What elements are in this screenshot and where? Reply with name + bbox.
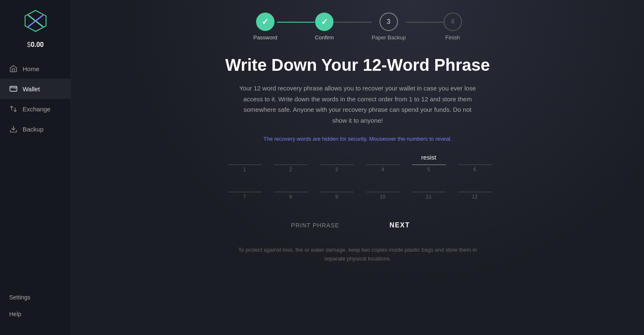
word-line-12 xyxy=(458,192,492,192)
word-number-10: 10 xyxy=(380,194,385,200)
step-label-paper-backup: Paper Backup xyxy=(372,34,406,41)
word-number-8: 8 xyxy=(289,194,292,200)
exchange-icon xyxy=(9,105,18,113)
settings-label: Settings xyxy=(9,294,31,301)
sidebar: $0.00 Home Wallet Exchange xyxy=(0,0,71,335)
word-line-10 xyxy=(366,192,400,192)
word-line-1 xyxy=(228,165,262,165)
step-number-paper-backup: 3 xyxy=(387,18,390,26)
word-line-2 xyxy=(274,165,308,165)
word-cell-3[interactable]: 3 xyxy=(320,154,354,173)
checkmark-confirm: ✓ xyxy=(321,17,328,27)
connector-2-3 xyxy=(334,22,372,23)
word-number-1: 1 xyxy=(243,167,246,173)
word-line-6 xyxy=(458,165,492,165)
word-cell-1[interactable]: 1 xyxy=(228,154,262,173)
page-subtitle: Your 12 word recovery phrase allows you … xyxy=(236,83,479,126)
word-number-9: 9 xyxy=(335,194,338,200)
sidebar-item-exchange[interactable]: Exchange xyxy=(0,99,71,119)
word-number-12: 12 xyxy=(472,194,477,200)
home-icon xyxy=(9,64,18,73)
word-cell-9[interactable]: 9 xyxy=(320,181,354,200)
word-cell-5[interactable]: resist5 xyxy=(412,154,446,173)
print-phrase-button[interactable]: PRINT PHRASE xyxy=(280,216,351,234)
word-number-4: 4 xyxy=(381,167,384,173)
logo xyxy=(23,8,48,38)
step-password: ✓ Password xyxy=(253,13,277,41)
sidebar-item-home-label: Home xyxy=(23,65,39,72)
word-line-7 xyxy=(228,192,262,192)
step-finish: 4 Finish xyxy=(444,13,462,41)
word-line-3 xyxy=(320,165,354,165)
word-cell-8[interactable]: 8 xyxy=(274,181,308,200)
step-number-finish: 4 xyxy=(451,18,454,26)
word-cell-7[interactable]: 7 xyxy=(228,181,262,200)
page-title: Write Down Your 12-Word Phrase xyxy=(225,56,490,75)
word-value-5: resist xyxy=(421,154,436,163)
balance-display: $0.00 xyxy=(27,41,44,49)
connector-1-2 xyxy=(277,22,315,23)
word-cell-11[interactable]: 11 xyxy=(412,181,446,200)
sidebar-item-backup[interactable]: Backup xyxy=(0,119,71,139)
word-line-4 xyxy=(366,165,400,165)
word-number-11: 11 xyxy=(426,194,431,200)
sidebar-item-wallet-label: Wallet xyxy=(23,85,40,93)
help-label: Help xyxy=(9,311,21,317)
word-line-8 xyxy=(274,192,308,192)
step-label-password: Password xyxy=(253,34,277,41)
word-cell-4[interactable]: 4 xyxy=(366,154,400,173)
buttons-row: PRINT PHRASE NEXT xyxy=(280,215,436,236)
step-label-finish: Finish xyxy=(445,34,460,41)
sidebar-item-home[interactable]: Home xyxy=(0,59,71,79)
step-confirm: ✓ Confirm xyxy=(315,13,334,41)
reveal-hint: The recovery words are hidden for securi… xyxy=(264,136,452,142)
word-line-11 xyxy=(412,192,446,192)
step-paper-backup: 3 Paper Backup xyxy=(372,13,406,41)
sidebar-item-help[interactable]: Help xyxy=(0,306,71,322)
word-number-3: 3 xyxy=(335,167,338,173)
next-button[interactable]: NEXT xyxy=(364,215,436,236)
step-circle-paper-backup: 3 xyxy=(380,13,398,31)
connector-3-4 xyxy=(406,22,444,23)
word-line-5 xyxy=(412,165,446,165)
wallet-icon xyxy=(9,85,18,93)
balance-amount: 0.00 xyxy=(31,41,44,48)
backup-icon xyxy=(9,125,18,133)
main-content: ✓ Password ✓ Confirm 3 Paper Backup 4 Fi… xyxy=(71,0,644,335)
step-label-confirm: Confirm xyxy=(315,34,334,41)
word-grid: 1234resist56789101112 xyxy=(228,154,487,200)
step-circle-password: ✓ xyxy=(256,13,275,31)
checkmark-password: ✓ xyxy=(262,17,269,27)
word-cell-12[interactable]: 12 xyxy=(458,181,492,200)
sidebar-item-wallet[interactable]: Wallet xyxy=(0,79,71,99)
footer-note: To protect against loss, fire or water d… xyxy=(236,246,479,263)
word-number-2: 2 xyxy=(289,167,292,173)
sidebar-bottom: Settings Help xyxy=(0,289,71,327)
sidebar-item-backup-label: Backup xyxy=(23,126,44,133)
stepper: ✓ Password ✓ Confirm 3 Paper Backup 4 Fi… xyxy=(232,13,483,41)
word-number-7: 7 xyxy=(243,194,246,200)
sidebar-nav: Home Wallet Exchange Ba xyxy=(0,59,71,289)
word-cell-2[interactable]: 2 xyxy=(274,154,308,173)
word-line-9 xyxy=(320,192,354,192)
step-circle-confirm: ✓ xyxy=(315,13,334,31)
word-cell-6[interactable]: 6 xyxy=(458,154,492,173)
word-cell-10[interactable]: 10 xyxy=(366,181,400,200)
word-number-6: 6 xyxy=(473,167,476,173)
step-circle-finish: 4 xyxy=(444,13,462,31)
sidebar-item-settings[interactable]: Settings xyxy=(0,289,71,306)
sidebar-item-exchange-label: Exchange xyxy=(23,106,51,113)
word-number-5: 5 xyxy=(427,167,430,173)
svg-rect-3 xyxy=(10,86,17,91)
